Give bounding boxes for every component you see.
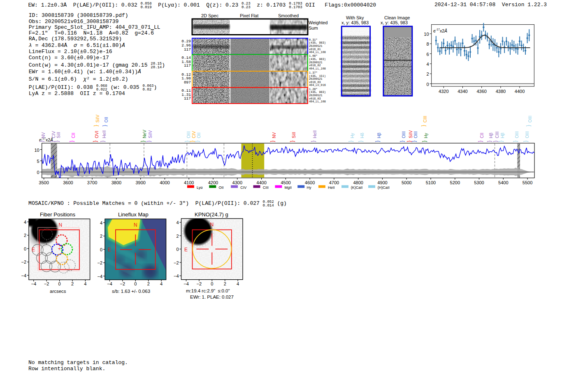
svg-text:Hδ: Hδ (360, 132, 365, 138)
svg-text:{: { (478, 141, 484, 142)
svg-text:{: { (93, 141, 99, 142)
svg-text:{: { (290, 141, 296, 142)
svg-text:{: { (523, 141, 529, 142)
svg-text:{: { (190, 141, 196, 142)
svg-text:NV: NV (272, 132, 276, 138)
svg-text:{: { (348, 141, 354, 142)
svg-text:{: { (94, 125, 100, 127)
svg-text:CIII: CIII (423, 116, 427, 123)
svg-text:CII: CII (71, 133, 76, 138)
svg-text:{: { (50, 141, 56, 142)
svg-text:HeII: HeII (312, 130, 317, 138)
svg-text:Hβ: Hβ (376, 132, 381, 138)
svg-text:{: { (513, 141, 519, 142)
svg-text:{: { (311, 141, 317, 142)
svg-text:{: { (526, 125, 532, 127)
svg-text:{: { (375, 141, 381, 142)
svg-text:{: { (70, 141, 75, 142)
svg-text:{: { (422, 141, 428, 142)
svg-text:{: { (141, 141, 146, 142)
svg-text:{: { (412, 141, 418, 142)
svg-text:CIII: CIII (495, 132, 499, 138)
svg-text:OIII: OIII (186, 131, 191, 138)
svg-text:{: { (421, 125, 427, 127)
svg-text:{: { (100, 141, 106, 142)
svg-text:{: { (55, 141, 60, 142)
svg-text:{: { (407, 141, 413, 142)
svg-text:SiII: SiII (56, 132, 61, 138)
svg-text:CIV: CIV (51, 131, 56, 138)
svg-text:SiIV: SiIV (95, 115, 100, 123)
svg-text:{: { (493, 141, 499, 142)
svg-text:Hy: Hy (423, 132, 428, 138)
svg-text:{: { (358, 141, 364, 142)
svg-text:{: { (185, 141, 190, 142)
svg-text:OIII: OIII (525, 131, 530, 138)
svg-text:{: { (102, 125, 108, 127)
svg-text:{: { (146, 141, 152, 142)
svg-text:Hβ: Hβ (488, 132, 493, 138)
svg-text:OIII: OIII (514, 131, 519, 138)
svg-text:NV: NV (41, 132, 46, 138)
svg-text:Hβ: Hβ (500, 132, 505, 138)
svg-text:{: { (400, 141, 406, 142)
svg-text:NeV: NeV (142, 130, 147, 138)
svg-text:SiII: SiII (291, 132, 296, 138)
svg-text:Hy: Hy (350, 132, 355, 138)
svg-text:{: { (270, 141, 276, 142)
svg-text:SiIV: SiIV (148, 130, 153, 138)
svg-text:CIV: CIV (191, 131, 196, 138)
svg-text:CII: CII (479, 133, 484, 138)
svg-text:{: { (195, 141, 201, 142)
svg-text:SiIV: SiIV (408, 130, 413, 138)
svg-text:HeII: HeII (102, 130, 107, 138)
svg-text:OII: OII (104, 117, 109, 123)
svg-text:OII: OII (196, 132, 201, 138)
svg-text:OIII: OIII (413, 131, 418, 138)
svg-text:{: { (499, 141, 504, 142)
svg-text:OIII: OIII (527, 116, 532, 123)
svg-text:{: { (39, 141, 45, 142)
svg-text:OVI: OVI (94, 131, 99, 138)
svg-text:{: { (487, 141, 493, 142)
svg-text:OIII: OIII (401, 131, 406, 138)
